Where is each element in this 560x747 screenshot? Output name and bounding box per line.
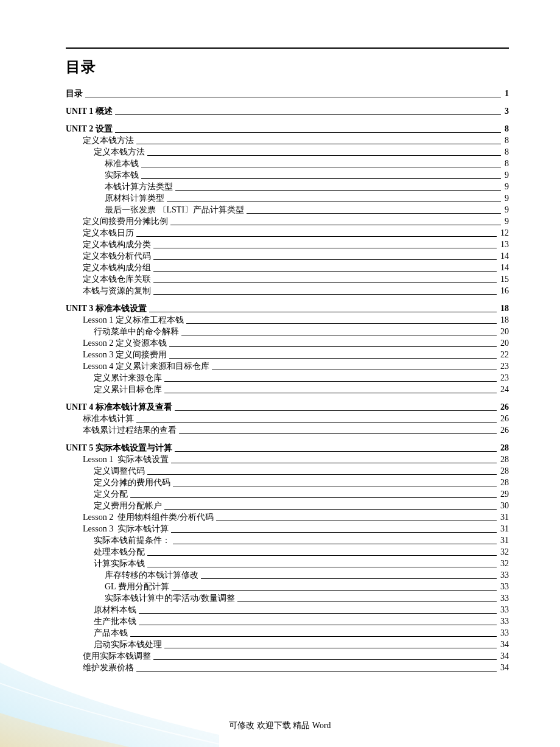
toc-entry-page: 29: [498, 488, 509, 500]
toc-row: 维护发票价格34: [66, 662, 509, 673]
toc-entry-page: 8: [502, 158, 509, 169]
toc-leader-line: [237, 601, 497, 602]
table-of-contents: 目录1UNIT 1 概述3UNIT 2 设置8定义本钱方法8定义本钱方法8标准本…: [66, 88, 509, 673]
toc-entry-title: 维护发票价格: [83, 662, 134, 673]
toc-leader-line: [169, 358, 497, 359]
toc-entry-page: 32: [498, 546, 509, 558]
toc-entry-title: 标准本钱计算: [83, 413, 134, 424]
toc-row: UNIT 1 概述3: [66, 105, 509, 117]
toc-entry-title: UNIT 5 实际本钱设置与计算: [66, 442, 172, 454]
toc-row: 原材料本钱33: [66, 604, 509, 615]
toc-entry-title: 定义本钱方法: [94, 146, 145, 158]
toc-entry-page: 26: [498, 401, 509, 413]
toc-entry-title: 定义本钱日历: [83, 227, 134, 239]
toc-row: 目录1: [66, 88, 509, 99]
toc-entry-page: 12: [498, 227, 509, 239]
toc-leader-line: [247, 213, 501, 214]
toc-entry-page: 28: [498, 454, 509, 465]
toc-row: Lesson 3 定义间接费用22: [66, 349, 509, 360]
toc-entry-title: 定义调整代码: [94, 465, 145, 477]
toc-row: UNIT 5 实际本钱设置与计算28: [66, 442, 509, 454]
toc-row: 定义本钱分析代码14: [66, 250, 509, 262]
toc-entry-page: 1: [502, 88, 509, 99]
toc-entry-page: 31: [498, 535, 509, 546]
toc-row: 计算实际本钱32: [66, 558, 509, 569]
toc-row: 定义本钱构成分组14: [66, 262, 509, 273]
toc-row: 定义累计来源仓库23: [66, 372, 509, 384]
toc-row: 产品本钱33: [66, 627, 509, 639]
toc-leader-line: [171, 463, 497, 463]
toc-leader-line: [173, 544, 497, 544]
toc-leader-line: [136, 422, 497, 423]
toc-row: 定义本钱方法8: [66, 135, 509, 146]
toc-leader-line: [181, 335, 497, 335]
toc-entry-title: 启动实际本钱处理: [94, 639, 162, 650]
toc-entry-title: Lesson 4 定义累计来源和目标仓库: [83, 360, 209, 372]
toc-row: UNIT 4 标准本钱计算及查看26: [66, 401, 509, 413]
toc-entry-title: Lesson 2 定义资源本钱: [83, 337, 167, 349]
toc-leader-line: [179, 433, 497, 434]
toc-leader-line: [153, 282, 497, 283]
toc-row: UNIT 2 设置8: [66, 123, 509, 135]
toc-leader-line: [85, 97, 501, 97]
toc-entry-page: 33: [498, 615, 509, 627]
toc-row: 本钱计算方法类型9: [66, 181, 509, 192]
toc-entry-title: 定义累计目标仓库: [94, 384, 162, 395]
toc-entry-page: 9: [502, 169, 509, 181]
toc-row: 启动实际本钱处理34: [66, 639, 509, 650]
toc-entry-title: 原材料计算类型: [105, 192, 164, 204]
toc-row: Lesson 3 实际本钱计算31: [66, 523, 509, 535]
toc-entry-title: 生产批本钱: [94, 615, 136, 627]
toc-entry-page: 28: [498, 477, 509, 488]
toc-leader-line: [141, 167, 501, 167]
toc-row: 定义累计目标仓库24: [66, 384, 509, 395]
toc-leader-line: [153, 271, 497, 272]
toc-row: 使用实际本钱调整34: [66, 650, 509, 662]
toc-entry-page: 18: [498, 303, 509, 314]
toc-row: 定义本钱方法8: [66, 146, 509, 158]
toc-entry-page: 32: [498, 558, 509, 569]
toc-entry-page: 9: [502, 192, 509, 204]
toc-leader-line: [164, 648, 497, 648]
toc-leader-line: [149, 312, 497, 312]
toc-entry-title: 本钱与资源的复制: [83, 285, 151, 296]
toc-leader-line: [153, 259, 497, 260]
toc-entry-page: 8: [502, 135, 509, 146]
toc-entry-title: 定义本钱方法: [83, 135, 134, 146]
toc-entry-page: 33: [498, 569, 509, 581]
toc-leader-line: [153, 294, 497, 295]
toc-entry-page: 18: [498, 314, 509, 326]
toc-entry-page: 15: [498, 273, 509, 285]
toc-entry-title: 定义费用分配帐户: [94, 500, 162, 511]
toc-entry-title: 本钱累计过程结果的查看: [83, 424, 177, 436]
toc-leader-line: [169, 346, 497, 347]
toc-row: Lesson 4 定义累计来源和目标仓库23: [66, 360, 509, 372]
toc-entry-page: 23: [498, 372, 509, 384]
toc-leader-line: [153, 248, 497, 248]
toc-row: 本钱累计过程结果的查看26: [66, 424, 509, 436]
toc-leader-line: [172, 590, 497, 591]
toc-entry-page: 28: [498, 442, 509, 454]
toc-leader-line: [170, 225, 501, 225]
toc-entry-page: 33: [498, 581, 509, 592]
toc-row: 定义调整代码28: [66, 465, 509, 477]
toc-row: 生产批本钱33: [66, 615, 509, 627]
toc-entry-title: 原材料本钱: [94, 604, 136, 615]
toc-row: 最后一张发票 〔LSTI〕产品计算类型9: [66, 204, 509, 216]
toc-row: GL 费用分配计算33: [66, 581, 509, 592]
toc-entry-title: Lesson 1 定义标准工程本钱: [83, 314, 184, 326]
toc-row: 标准本钱计算26: [66, 413, 509, 424]
toc-entry-page: 8: [502, 146, 509, 158]
toc-entry-page: 9: [502, 204, 509, 216]
toc-entry-title: 最后一张发票 〔LSTI〕产品计算类型: [105, 204, 244, 216]
toc-row: 定义分摊的费用代码28: [66, 477, 509, 488]
toc-row: 实际本钱前提条件：31: [66, 535, 509, 546]
toc-row: 原材料计算类型9: [66, 192, 509, 204]
toc-row: 实际本钱计算中的零活动/数量调整33: [66, 592, 509, 604]
toc-entry-title: 实际本钱计算中的零活动/数量调整: [105, 592, 235, 604]
toc-entry-title: 处理本钱分配: [94, 546, 145, 558]
toc-leader-line: [212, 370, 497, 370]
toc-entry-page: 33: [498, 627, 509, 639]
toc-entry-page: 20: [498, 326, 509, 337]
toc-entry-page: 34: [498, 650, 509, 662]
